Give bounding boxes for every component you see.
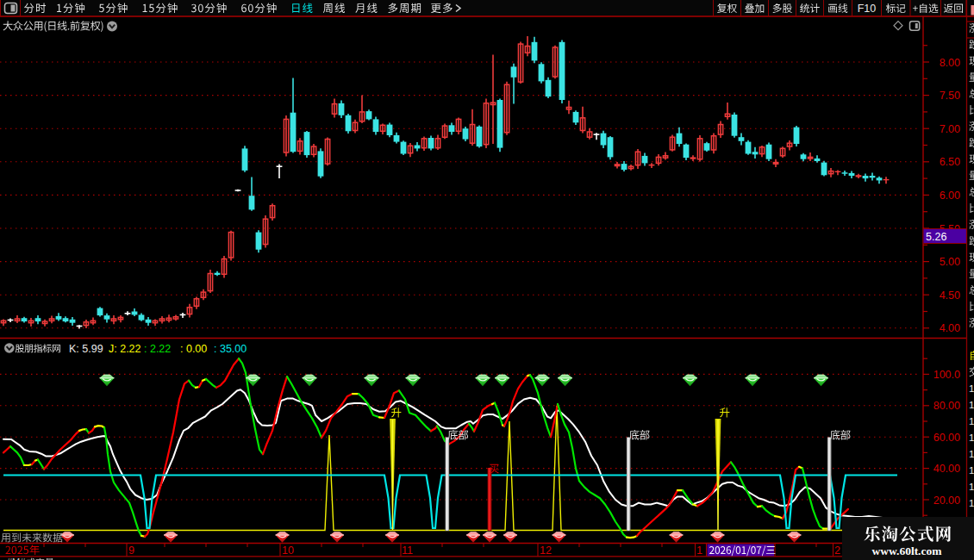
svg-text:8.00: 8.00 — [940, 57, 960, 69]
svg-text:5.26: 5.26 — [926, 231, 946, 243]
svg-text:60.00: 60.00 — [933, 432, 960, 444]
svg-text:6.00: 6.00 — [940, 190, 960, 202]
svg-text:7.00: 7.00 — [940, 123, 960, 135]
svg-text:#M#: #M# — [7, 557, 26, 560]
svg-text:4.00: 4.00 — [940, 322, 960, 334]
svg-text:5.00: 5.00 — [940, 256, 960, 268]
svg-text:1: 1 — [969, 465, 974, 476]
svg-text:100.0: 100.0 — [933, 369, 960, 381]
svg-text:12: 12 — [540, 544, 552, 557]
svg-text:F10: F10 — [858, 3, 877, 15]
svg-text:K: 5.99: K: 5.99 — [69, 343, 103, 355]
svg-text:11: 11 — [402, 544, 413, 557]
svg-text:: 35.00: : 35.00 — [214, 343, 247, 355]
svg-text:www.60lt.com: www.60lt.com — [872, 544, 943, 557]
svg-text:80.00: 80.00 — [933, 400, 960, 412]
svg-text:2: 2 — [834, 544, 840, 557]
svg-text:1: 1 — [969, 400, 974, 410]
svg-text:1: 1 — [969, 416, 974, 426]
svg-text:7.50: 7.50 — [940, 90, 960, 102]
svg-text:10: 10 — [282, 544, 294, 557]
svg-text:1: 1 — [969, 482, 974, 492]
svg-text:6.50: 6.50 — [940, 156, 960, 168]
svg-text:1: 1 — [969, 498, 974, 508]
svg-text:1: 1 — [969, 432, 974, 443]
svg-text:1: 1 — [969, 449, 974, 459]
svg-text:J: 2.22: J: 2.22 — [109, 343, 141, 355]
svg-text:40.00: 40.00 — [933, 463, 960, 475]
svg-text:: 0.00: : 0.00 — [180, 343, 207, 355]
svg-text:1: 1 — [696, 544, 702, 557]
svg-text:4.50: 4.50 — [940, 289, 960, 302]
svg-text:: 2.22: : 2.22 — [144, 343, 171, 355]
svg-text:9: 9 — [128, 544, 134, 557]
svg-text:1: 1 — [969, 383, 974, 394]
svg-text:20.00: 20.00 — [933, 495, 960, 507]
